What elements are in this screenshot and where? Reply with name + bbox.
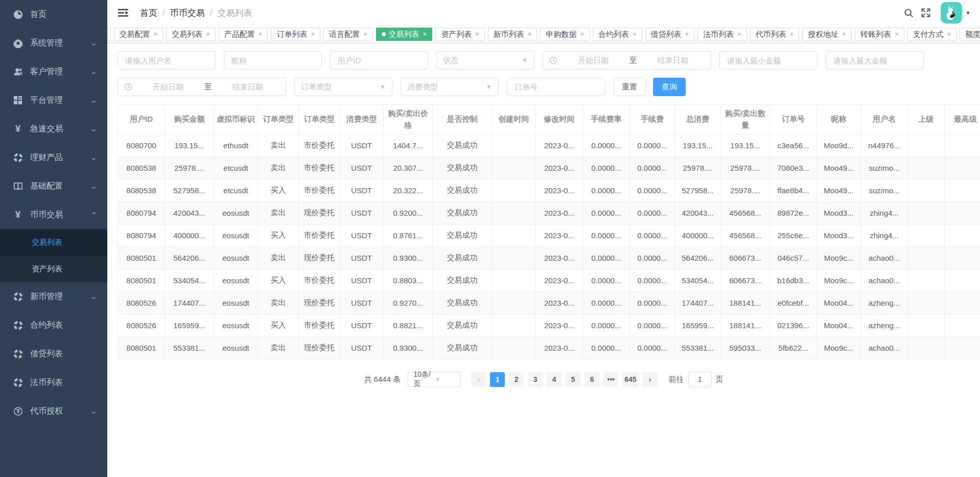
sidebar-item-9[interactable]: 合约列表 xyxy=(0,311,107,339)
close-icon[interactable]: × xyxy=(842,28,846,40)
date-range-2[interactable]: 开始日期 至 结束日期 xyxy=(118,78,286,96)
table-cell: USDT xyxy=(340,292,384,314)
order-no-input[interactable] xyxy=(507,78,605,96)
close-icon[interactable]: × xyxy=(580,28,584,40)
close-icon[interactable]: × xyxy=(259,28,263,40)
order-type-select[interactable]: 订单类型 ▼ xyxy=(294,78,392,96)
tab-授权地址[interactable]: 授权地址× xyxy=(802,28,852,41)
tab-交易配置[interactable]: 交易配置× xyxy=(114,28,164,41)
page-content: 状态 ▼ 开始日期 至 结束日期 xyxy=(107,43,980,387)
page-button-2[interactable]: 2 xyxy=(509,372,524,387)
close-icon[interactable]: × xyxy=(423,28,427,40)
search-button[interactable]: 查询 xyxy=(653,78,686,96)
tab-额度转换[interactable]: 额度转换× xyxy=(960,28,980,41)
table-cell: USDT xyxy=(340,247,384,269)
sidebar-item-7[interactable]: ¥币币交易⌄ xyxy=(0,200,107,229)
tab-资产列表[interactable]: 资产列表× xyxy=(435,28,485,41)
status-select[interactable]: 状态 ▼ xyxy=(436,51,534,70)
page-button-5[interactable]: 5 xyxy=(566,372,580,387)
userid-input[interactable] xyxy=(330,51,428,70)
table-cell: 2023-0... xyxy=(536,179,583,202)
tab-产品配置[interactable]: 产品配置× xyxy=(219,28,268,41)
close-icon[interactable]: × xyxy=(947,28,951,40)
fullscreen-icon[interactable] xyxy=(917,4,935,21)
page-button-4[interactable]: 4 xyxy=(547,372,562,387)
tab-转账列表[interactable]: 转账列表× xyxy=(855,28,904,41)
table-header-row: 用户ID购买金额虚拟币标识订单类型订单类型消费类型购买/卖出价格是否控制创建时间… xyxy=(118,105,980,134)
sidebar-item-12[interactable]: 代币授权⌄ xyxy=(0,397,107,425)
page-button-6[interactable]: 6 xyxy=(585,372,599,387)
tab-语言配置[interactable]: 语言配置× xyxy=(323,28,373,41)
tab-借贷列表[interactable]: 借贷列表× xyxy=(645,28,695,41)
prev-page-button[interactable]: ‹ xyxy=(471,372,486,387)
sidebar-item-4[interactable]: ¥急速交易⌄ xyxy=(0,115,107,143)
sidebar-item-0[interactable]: 首页 xyxy=(0,0,107,29)
sidebar-collapse-icon[interactable] xyxy=(116,6,130,19)
close-icon[interactable]: × xyxy=(790,28,794,40)
page-button-645[interactable]: 645 xyxy=(622,372,638,387)
sidebar-item-8[interactable]: 新币管理⌄ xyxy=(0,282,107,311)
search-icon[interactable] xyxy=(900,4,917,21)
close-icon[interactable]: × xyxy=(363,28,367,40)
yen-icon: ¥ xyxy=(13,124,23,134)
tab-新币列表[interactable]: 新币列表× xyxy=(488,28,538,41)
breadcrumb-item[interactable]: 币币交易 xyxy=(170,7,205,19)
sidebar-subitem-资产列表[interactable]: 资产列表 xyxy=(0,256,107,282)
close-icon[interactable]: × xyxy=(475,28,479,40)
jump-page-input[interactable] xyxy=(688,372,712,387)
sidebar-item-6[interactable]: 基础配置⌄ xyxy=(0,172,107,200)
table-cell: etcusdt xyxy=(214,157,258,179)
tab-合约列表[interactable]: 合约列表× xyxy=(593,28,642,41)
table-cell: 0.0000... xyxy=(630,202,675,224)
chevron-down-icon: ▼ xyxy=(435,376,456,382)
table-cell: 0.0000... xyxy=(630,157,675,179)
table-cell: eosusdt xyxy=(214,314,258,337)
close-icon[interactable]: × xyxy=(154,28,158,40)
table-cell xyxy=(945,224,980,247)
tab-列表[interactable]: 列表× xyxy=(107,28,111,41)
reset-button[interactable]: 重置 xyxy=(613,78,646,96)
avatar-dropdown-caret[interactable]: ▼ xyxy=(965,10,971,16)
breadcrumb-item[interactable]: 首页 xyxy=(140,7,157,19)
sidebar-subitem-交易列表[interactable]: 交易列表 xyxy=(0,229,107,256)
sidebar-item-3[interactable]: 平台管理⌄ xyxy=(0,86,107,115)
sidebar-item-10[interactable]: 借贷列表 xyxy=(0,339,107,368)
table-cell: n44976... xyxy=(861,134,908,157)
close-icon[interactable]: × xyxy=(311,28,315,40)
nickname-input[interactable] xyxy=(224,51,322,70)
tab-交易列表[interactable]: 交易列表× xyxy=(166,28,216,41)
table-cell xyxy=(908,202,945,224)
table-cell xyxy=(945,337,980,359)
tab-支付方式[interactable]: 支付方式× xyxy=(907,28,957,41)
close-icon[interactable]: × xyxy=(633,28,637,40)
close-icon[interactable]: × xyxy=(206,28,210,40)
consume-type-select[interactable]: 消费类型 ▼ xyxy=(401,78,499,96)
close-icon[interactable]: × xyxy=(528,28,532,40)
more-pages-button[interactable]: ••• xyxy=(603,372,618,387)
table-cell: 420043... xyxy=(675,202,721,224)
tab-申购数据[interactable]: 申购数据× xyxy=(540,28,590,41)
tab-代币列表[interactable]: 代币列表× xyxy=(750,28,800,41)
sidebar-item-2[interactable]: 客户管理⌄ xyxy=(0,57,107,86)
username-input[interactable] xyxy=(118,51,216,70)
table-row: 8080700193.15...ethusdt卖出市价委托USDT1404.7.… xyxy=(118,134,980,157)
page-button-1[interactable]: 1 xyxy=(490,372,505,387)
table-cell: 0.0000... xyxy=(583,269,630,292)
max-amount-input[interactable] xyxy=(826,51,924,70)
sidebar-item-11[interactable]: 法币列表 xyxy=(0,368,107,397)
close-icon[interactable]: × xyxy=(685,28,689,40)
sidebar-item-1[interactable]: 系统管理⌄ xyxy=(0,29,107,57)
next-page-button[interactable]: › xyxy=(643,372,658,387)
column-header: 手续费率 xyxy=(583,105,630,134)
avatar[interactable] xyxy=(941,2,962,24)
page-button-3[interactable]: 3 xyxy=(528,372,543,387)
close-icon[interactable]: × xyxy=(737,28,741,40)
sidebar-item-5[interactable]: 理财产品⌄ xyxy=(0,143,107,172)
close-icon[interactable]: × xyxy=(895,28,899,40)
tab-法币列表[interactable]: 法币列表× xyxy=(697,28,747,41)
tab-交易列表[interactable]: 交易列表× xyxy=(376,28,433,41)
date-range-1[interactable]: 开始日期 至 结束日期 xyxy=(543,51,711,70)
min-amount-input[interactable] xyxy=(719,51,818,70)
tab-订单列表[interactable]: 订单列表× xyxy=(271,28,320,41)
page-size-select[interactable]: 10条/页 ▼ xyxy=(408,372,461,387)
